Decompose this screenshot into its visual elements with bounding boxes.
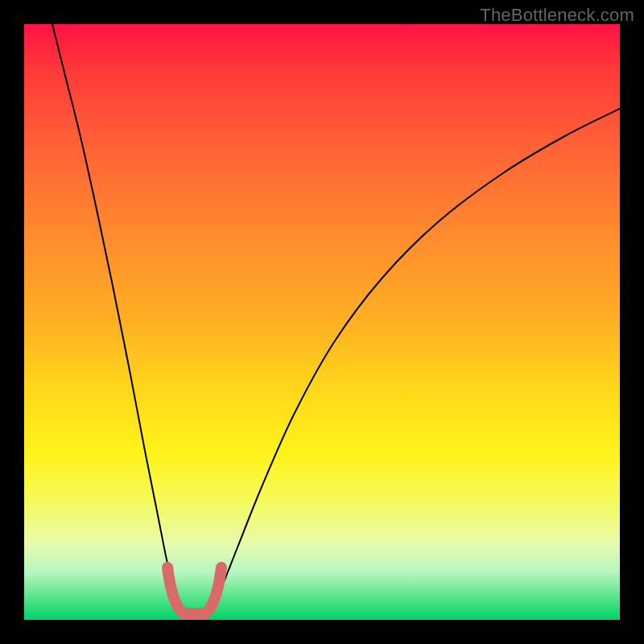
curve-left-branch xyxy=(52,24,185,613)
watermark-text: TheBottleneck.com xyxy=(480,5,634,26)
curve-svg xyxy=(24,24,620,620)
curve-bottom-highlight xyxy=(167,568,221,613)
curve-right-branch xyxy=(205,109,620,613)
chart-plot-area xyxy=(24,24,620,620)
